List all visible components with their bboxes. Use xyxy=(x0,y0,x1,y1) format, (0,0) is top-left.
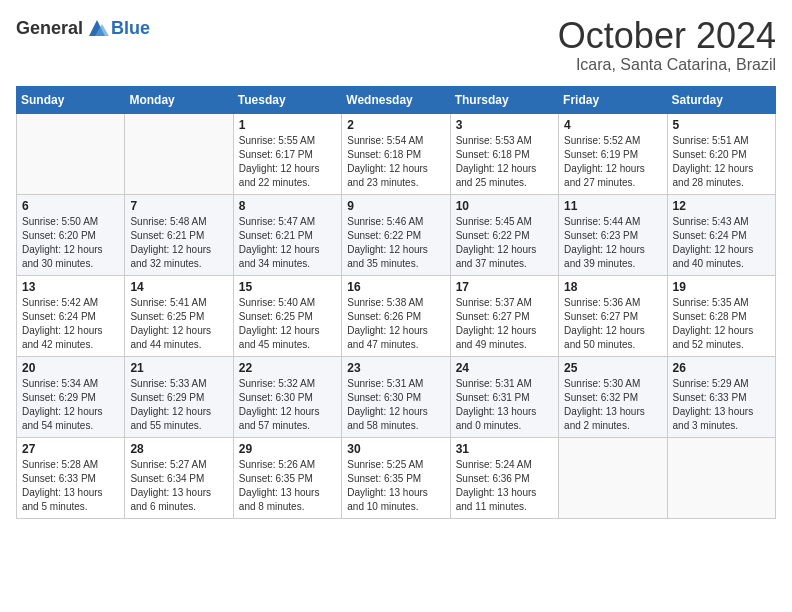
weekday-header-row: SundayMondayTuesdayWednesdayThursdayFrid… xyxy=(17,86,776,113)
calendar-cell: 22Sunrise: 5:32 AM Sunset: 6:30 PM Dayli… xyxy=(233,356,341,437)
cell-content: Sunrise: 5:24 AM Sunset: 6:36 PM Dayligh… xyxy=(456,458,553,514)
cell-content: Sunrise: 5:40 AM Sunset: 6:25 PM Dayligh… xyxy=(239,296,336,352)
calendar-cell: 4Sunrise: 5:52 AM Sunset: 6:19 PM Daylig… xyxy=(559,113,667,194)
cell-content: Sunrise: 5:33 AM Sunset: 6:29 PM Dayligh… xyxy=(130,377,227,433)
cell-content: Sunrise: 5:36 AM Sunset: 6:27 PM Dayligh… xyxy=(564,296,661,352)
day-number: 8 xyxy=(239,199,336,213)
calendar-cell: 28Sunrise: 5:27 AM Sunset: 6:34 PM Dayli… xyxy=(125,437,233,518)
calendar-cell: 15Sunrise: 5:40 AM Sunset: 6:25 PM Dayli… xyxy=(233,275,341,356)
weekday-header-wednesday: Wednesday xyxy=(342,86,450,113)
calendar-cell: 9Sunrise: 5:46 AM Sunset: 6:22 PM Daylig… xyxy=(342,194,450,275)
day-number: 12 xyxy=(673,199,770,213)
day-number: 18 xyxy=(564,280,661,294)
calendar-cell: 11Sunrise: 5:44 AM Sunset: 6:23 PM Dayli… xyxy=(559,194,667,275)
calendar-cell: 13Sunrise: 5:42 AM Sunset: 6:24 PM Dayli… xyxy=(17,275,125,356)
cell-content: Sunrise: 5:27 AM Sunset: 6:34 PM Dayligh… xyxy=(130,458,227,514)
day-number: 30 xyxy=(347,442,444,456)
calendar-cell xyxy=(559,437,667,518)
cell-content: Sunrise: 5:42 AM Sunset: 6:24 PM Dayligh… xyxy=(22,296,119,352)
cell-content: Sunrise: 5:44 AM Sunset: 6:23 PM Dayligh… xyxy=(564,215,661,271)
cell-content: Sunrise: 5:51 AM Sunset: 6:20 PM Dayligh… xyxy=(673,134,770,190)
calendar-cell: 8Sunrise: 5:47 AM Sunset: 6:21 PM Daylig… xyxy=(233,194,341,275)
day-number: 15 xyxy=(239,280,336,294)
calendar-cell: 24Sunrise: 5:31 AM Sunset: 6:31 PM Dayli… xyxy=(450,356,558,437)
cell-content: Sunrise: 5:53 AM Sunset: 6:18 PM Dayligh… xyxy=(456,134,553,190)
day-number: 13 xyxy=(22,280,119,294)
day-number: 29 xyxy=(239,442,336,456)
cell-content: Sunrise: 5:31 AM Sunset: 6:30 PM Dayligh… xyxy=(347,377,444,433)
weekday-header-tuesday: Tuesday xyxy=(233,86,341,113)
day-number: 22 xyxy=(239,361,336,375)
calendar-cell: 6Sunrise: 5:50 AM Sunset: 6:20 PM Daylig… xyxy=(17,194,125,275)
cell-content: Sunrise: 5:26 AM Sunset: 6:35 PM Dayligh… xyxy=(239,458,336,514)
calendar-cell: 1Sunrise: 5:55 AM Sunset: 6:17 PM Daylig… xyxy=(233,113,341,194)
day-number: 7 xyxy=(130,199,227,213)
cell-content: Sunrise: 5:31 AM Sunset: 6:31 PM Dayligh… xyxy=(456,377,553,433)
day-number: 31 xyxy=(456,442,553,456)
cell-content: Sunrise: 5:54 AM Sunset: 6:18 PM Dayligh… xyxy=(347,134,444,190)
day-number: 9 xyxy=(347,199,444,213)
day-number: 23 xyxy=(347,361,444,375)
day-number: 10 xyxy=(456,199,553,213)
cell-content: Sunrise: 5:43 AM Sunset: 6:24 PM Dayligh… xyxy=(673,215,770,271)
cell-content: Sunrise: 5:32 AM Sunset: 6:30 PM Dayligh… xyxy=(239,377,336,433)
calendar-cell: 26Sunrise: 5:29 AM Sunset: 6:33 PM Dayli… xyxy=(667,356,775,437)
cell-content: Sunrise: 5:47 AM Sunset: 6:21 PM Dayligh… xyxy=(239,215,336,271)
logo-blue: Blue xyxy=(111,18,150,39)
weekday-header-monday: Monday xyxy=(125,86,233,113)
day-number: 25 xyxy=(564,361,661,375)
day-number: 24 xyxy=(456,361,553,375)
day-number: 11 xyxy=(564,199,661,213)
day-number: 19 xyxy=(673,280,770,294)
day-number: 21 xyxy=(130,361,227,375)
day-number: 6 xyxy=(22,199,119,213)
calendar-body: 1Sunrise: 5:55 AM Sunset: 6:17 PM Daylig… xyxy=(17,113,776,518)
cell-content: Sunrise: 5:37 AM Sunset: 6:27 PM Dayligh… xyxy=(456,296,553,352)
calendar-cell: 21Sunrise: 5:33 AM Sunset: 6:29 PM Dayli… xyxy=(125,356,233,437)
location-title: Icara, Santa Catarina, Brazil xyxy=(558,56,776,74)
day-number: 28 xyxy=(130,442,227,456)
page-header: General Blue October 2024 Icara, Santa C… xyxy=(16,16,776,74)
weekday-header-thursday: Thursday xyxy=(450,86,558,113)
calendar-cell: 17Sunrise: 5:37 AM Sunset: 6:27 PM Dayli… xyxy=(450,275,558,356)
weekday-header-saturday: Saturday xyxy=(667,86,775,113)
calendar-cell: 12Sunrise: 5:43 AM Sunset: 6:24 PM Dayli… xyxy=(667,194,775,275)
cell-content: Sunrise: 5:45 AM Sunset: 6:22 PM Dayligh… xyxy=(456,215,553,271)
month-title: October 2024 xyxy=(558,16,776,56)
cell-content: Sunrise: 5:25 AM Sunset: 6:35 PM Dayligh… xyxy=(347,458,444,514)
cell-content: Sunrise: 5:30 AM Sunset: 6:32 PM Dayligh… xyxy=(564,377,661,433)
calendar-cell: 7Sunrise: 5:48 AM Sunset: 6:21 PM Daylig… xyxy=(125,194,233,275)
logo-icon xyxy=(85,16,109,40)
calendar-cell: 5Sunrise: 5:51 AM Sunset: 6:20 PM Daylig… xyxy=(667,113,775,194)
calendar-cell xyxy=(17,113,125,194)
cell-content: Sunrise: 5:55 AM Sunset: 6:17 PM Dayligh… xyxy=(239,134,336,190)
calendar-table: SundayMondayTuesdayWednesdayThursdayFrid… xyxy=(16,86,776,519)
cell-content: Sunrise: 5:28 AM Sunset: 6:33 PM Dayligh… xyxy=(22,458,119,514)
calendar-cell: 27Sunrise: 5:28 AM Sunset: 6:33 PM Dayli… xyxy=(17,437,125,518)
day-number: 5 xyxy=(673,118,770,132)
day-number: 20 xyxy=(22,361,119,375)
calendar-cell: 19Sunrise: 5:35 AM Sunset: 6:28 PM Dayli… xyxy=(667,275,775,356)
calendar-week-row: 6Sunrise: 5:50 AM Sunset: 6:20 PM Daylig… xyxy=(17,194,776,275)
cell-content: Sunrise: 5:41 AM Sunset: 6:25 PM Dayligh… xyxy=(130,296,227,352)
cell-content: Sunrise: 5:38 AM Sunset: 6:26 PM Dayligh… xyxy=(347,296,444,352)
calendar-cell: 29Sunrise: 5:26 AM Sunset: 6:35 PM Dayli… xyxy=(233,437,341,518)
day-number: 26 xyxy=(673,361,770,375)
calendar-cell: 10Sunrise: 5:45 AM Sunset: 6:22 PM Dayli… xyxy=(450,194,558,275)
weekday-header-friday: Friday xyxy=(559,86,667,113)
calendar-week-row: 27Sunrise: 5:28 AM Sunset: 6:33 PM Dayli… xyxy=(17,437,776,518)
logo-general: General xyxy=(16,18,83,39)
day-number: 16 xyxy=(347,280,444,294)
day-number: 14 xyxy=(130,280,227,294)
cell-content: Sunrise: 5:34 AM Sunset: 6:29 PM Dayligh… xyxy=(22,377,119,433)
calendar-cell: 2Sunrise: 5:54 AM Sunset: 6:18 PM Daylig… xyxy=(342,113,450,194)
day-number: 17 xyxy=(456,280,553,294)
day-number: 3 xyxy=(456,118,553,132)
cell-content: Sunrise: 5:46 AM Sunset: 6:22 PM Dayligh… xyxy=(347,215,444,271)
calendar-cell: 25Sunrise: 5:30 AM Sunset: 6:32 PM Dayli… xyxy=(559,356,667,437)
calendar-cell: 30Sunrise: 5:25 AM Sunset: 6:35 PM Dayli… xyxy=(342,437,450,518)
cell-content: Sunrise: 5:35 AM Sunset: 6:28 PM Dayligh… xyxy=(673,296,770,352)
cell-content: Sunrise: 5:52 AM Sunset: 6:19 PM Dayligh… xyxy=(564,134,661,190)
calendar-week-row: 20Sunrise: 5:34 AM Sunset: 6:29 PM Dayli… xyxy=(17,356,776,437)
day-number: 4 xyxy=(564,118,661,132)
